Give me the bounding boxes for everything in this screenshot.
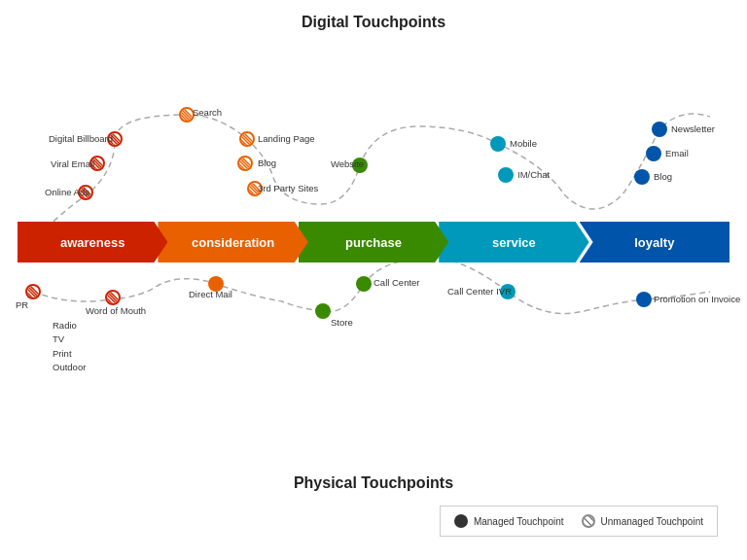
svg-point-57 — [27, 286, 39, 298]
svg-line-65 — [106, 291, 120, 304]
label-pr: PR — [16, 299, 28, 310]
svg-line-35 — [240, 142, 251, 153]
svg-point-72 — [315, 303, 331, 319]
svg-point-51 — [490, 136, 506, 152]
label-word-of-mouth: Word of Mouth — [86, 305, 146, 316]
svg-line-38 — [238, 157, 252, 170]
label-3rd-party: 3rd Party Sites — [258, 183, 318, 193]
svg-point-55 — [634, 169, 650, 185]
label-landing-page: Landing Page — [258, 133, 315, 144]
svg-line-40 — [238, 159, 252, 173]
segment-loyalty: loyalty — [580, 222, 729, 262]
svg-line-41 — [238, 163, 251, 176]
svg-point-54 — [646, 146, 661, 161]
svg-line-7 — [180, 121, 191, 131]
svg-point-64 — [107, 292, 119, 303]
svg-line-18 — [93, 157, 104, 167]
legend-unmanaged: Unmanaged Touchpoint — [582, 514, 703, 528]
label-promotion: Promotion on Invoice — [654, 294, 740, 304]
svg-line-39 — [241, 157, 252, 167]
label-online-ads: Online Ads — [45, 187, 89, 197]
label-imchat: IM/Chat — [517, 169, 550, 180]
svg-point-1 — [181, 109, 193, 121]
segment-consideration: consideration — [158, 222, 307, 262]
svg-line-33 — [240, 135, 254, 149]
label-call-center-ivr: Call Center IVR — [447, 286, 512, 297]
legend-managed: Managed Touchpoint — [454, 514, 564, 528]
legend-managed-label: Managed Touchpoint — [474, 516, 564, 527]
svg-line-5 — [180, 114, 194, 127]
svg-point-0 — [180, 108, 194, 122]
svg-point-63 — [106, 291, 120, 304]
svg-point-37 — [239, 158, 251, 169]
label-viral-email: Viral Email — [51, 158, 94, 169]
label-newsletter: Newsletter — [671, 123, 715, 134]
journey-banner: awareness consideration purchase service… — [18, 222, 729, 262]
svg-line-2 — [180, 108, 194, 122]
svg-point-56 — [26, 285, 40, 298]
label-store: Store — [331, 317, 353, 328]
legend-unmanaged-label: Unmanaged Touchpoint — [601, 516, 703, 527]
segment-purchase: purchase — [299, 222, 448, 262]
svg-line-4 — [180, 111, 194, 124]
legend-managed-dot — [454, 514, 468, 528]
svg-line-42 — [238, 166, 249, 177]
legend: Managed Touchpoint Unmanaged Touchpoint — [440, 506, 718, 537]
label-direct-mail: Direct Mail — [189, 289, 232, 299]
svg-line-58 — [26, 285, 40, 298]
label-call-center: Call Center — [374, 277, 420, 288]
svg-line-59 — [29, 285, 40, 296]
svg-point-74 — [636, 292, 652, 307]
svg-point-30 — [241, 133, 253, 145]
label-mobile: Mobile — [510, 138, 537, 149]
legend-unmanaged-dot — [582, 514, 595, 528]
svg-point-71 — [356, 276, 372, 292]
main-container: Digital Touchpoints awareness considerat… — [0, 0, 747, 560]
label-website: Website — [331, 158, 364, 169]
svg-line-34 — [240, 139, 253, 152]
svg-point-52 — [498, 167, 514, 183]
label-radio-tv: RadioTVPrintOutdoor — [53, 319, 86, 374]
label-blog-loyalty: Blog — [654, 171, 672, 182]
svg-line-66 — [109, 291, 120, 301]
label-digital-billboard: Digital Billboard — [49, 133, 113, 144]
physical-title: Physical Touchpoints — [0, 474, 747, 492]
label-blog-consideration: Blog — [258, 158, 276, 168]
svg-line-32 — [243, 132, 254, 143]
segment-awareness: awareness — [18, 222, 167, 262]
label-email: Email — [665, 148, 689, 158]
segment-service: service — [439, 222, 588, 262]
svg-line-6 — [180, 117, 193, 129]
digital-title: Digital Touchpoints — [0, 0, 747, 31]
svg-point-29 — [240, 132, 254, 146]
svg-line-31 — [240, 132, 254, 146]
label-search: Search — [193, 107, 222, 118]
svg-point-36 — [238, 157, 252, 170]
svg-point-53 — [652, 122, 667, 137]
